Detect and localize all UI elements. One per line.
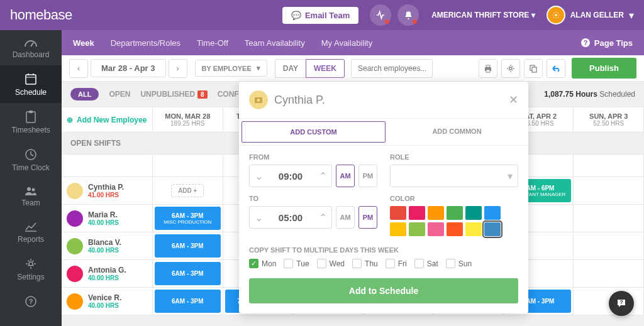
add-employee-button[interactable]: ⊕Add New Employee bbox=[67, 116, 147, 124]
color-swatch[interactable] bbox=[447, 206, 463, 220]
day-checkbox-thu[interactable]: Thu bbox=[352, 259, 378, 268]
day-checkbox-tue[interactable]: Tue bbox=[284, 259, 309, 268]
day-header[interactable]: MON, MAR 28189.25 HRS bbox=[153, 107, 223, 132]
tab-add-common[interactable]: ADD COMMON bbox=[386, 119, 528, 145]
chevron-down-icon[interactable]: ⌄ bbox=[250, 212, 267, 224]
sidebar-item-team[interactable]: Team bbox=[0, 178, 62, 214]
print-button[interactable] bbox=[479, 59, 497, 78]
shift-block[interactable]: 6AM - 3PM bbox=[155, 262, 221, 285]
employee-cell[interactable]: Antonia G.40.00 HRS bbox=[62, 260, 153, 287]
shift-block[interactable]: 6AM - 3PM bbox=[155, 290, 221, 313]
color-swatch[interactable] bbox=[484, 222, 501, 236]
sidebar-item-timesheets[interactable]: Timesheets bbox=[0, 103, 62, 141]
help-fab[interactable]: ? bbox=[609, 291, 634, 316]
svg-point-0 bbox=[555, 14, 557, 16]
date-range-picker[interactable]: Mar 28 - Apr 3 bbox=[91, 59, 166, 77]
undo-button[interactable] bbox=[547, 59, 565, 78]
store-selector[interactable]: AMERICAN THRIFT STORE ▾ bbox=[431, 11, 535, 19]
sidebar-item-timeclock[interactable]: Time Clock bbox=[0, 141, 62, 178]
tab-timeoff[interactable]: Time-Off bbox=[197, 38, 228, 48]
employee-cell[interactable]: Blanca V.40.00 HRS bbox=[62, 232, 153, 259]
color-swatch[interactable] bbox=[390, 222, 406, 236]
tab-week[interactable]: Week bbox=[73, 38, 94, 48]
chevron-up-icon[interactable]: ⌃ bbox=[314, 212, 331, 224]
user-menu[interactable]: ALAN GELLER ▾ bbox=[547, 6, 634, 24]
filter-open[interactable]: OPEN bbox=[109, 90, 130, 99]
am-button[interactable]: AM bbox=[336, 206, 355, 229]
svg-rect-21 bbox=[486, 70, 490, 72]
day-checkbox-mon[interactable]: ✓Mon bbox=[249, 259, 276, 268]
add-shift-button[interactable]: ADD + bbox=[171, 184, 204, 197]
color-swatch[interactable] bbox=[447, 222, 463, 236]
color-swatch[interactable] bbox=[409, 206, 425, 220]
activity-icon[interactable] bbox=[370, 4, 391, 26]
gauge-icon bbox=[24, 38, 38, 48]
search-input[interactable] bbox=[351, 59, 433, 78]
color-swatch[interactable] bbox=[428, 222, 444, 236]
sidebar-item-reports[interactable]: Reports bbox=[0, 214, 62, 250]
checkbox[interactable] bbox=[446, 259, 455, 268]
day-checkbox-sat[interactable]: Sat bbox=[414, 259, 438, 268]
sidebar-item-help[interactable]: ? bbox=[0, 288, 62, 317]
chevron-down-icon: ▾ bbox=[629, 9, 634, 21]
publish-button[interactable]: Publish bbox=[572, 58, 636, 79]
view-week-button[interactable]: WEEK bbox=[306, 59, 345, 78]
view-day-button[interactable]: DAY bbox=[275, 59, 306, 78]
day-header[interactable]: SUN, APR 352.50 HRS bbox=[574, 107, 644, 132]
employee-cell[interactable]: Cynthia P.41.00 HRS bbox=[62, 177, 153, 204]
day-checkbox-fri[interactable]: Fri bbox=[386, 259, 407, 268]
checkbox[interactable] bbox=[386, 259, 395, 268]
page-tips-button[interactable]: ? Page Tips bbox=[580, 38, 633, 48]
tab-team-availability[interactable]: Team Availability bbox=[245, 38, 305, 48]
close-button[interactable]: ✕ bbox=[509, 93, 518, 107]
svg-point-11 bbox=[27, 187, 31, 191]
add-to-schedule-button[interactable]: Add to Schedule bbox=[249, 278, 518, 303]
checkbox[interactable]: ✓ bbox=[249, 259, 258, 268]
color-label: COLOR bbox=[390, 195, 518, 202]
color-swatch[interactable] bbox=[465, 222, 482, 236]
role-label: ROLE bbox=[390, 153, 518, 161]
group-by-select[interactable]: BY EMPLOYEE▾ bbox=[195, 60, 267, 77]
sidebar-item-schedule[interactable]: Schedule bbox=[0, 65, 62, 103]
role-select[interactable]: ▾ bbox=[390, 165, 518, 187]
shift-block[interactable]: 6AM - 3PMMISC PRODUCTION bbox=[155, 207, 221, 230]
filter-unpublished[interactable]: UNPUBLISHED8 bbox=[140, 90, 207, 99]
checkbox[interactable] bbox=[317, 259, 326, 268]
date-next-button[interactable]: › bbox=[169, 59, 187, 78]
color-swatch[interactable] bbox=[465, 206, 482, 220]
date-prev-button[interactable]: ‹ bbox=[69, 59, 88, 78]
sidebar: Dashboard Schedule Timesheets Time Clock… bbox=[0, 30, 62, 326]
unpublished-badge: 8 bbox=[197, 90, 208, 99]
checkbox[interactable] bbox=[414, 259, 424, 268]
employee-cell[interactable]: Maria R.40.00 HRS bbox=[62, 205, 153, 232]
sidebar-item-dashboard[interactable]: Dashboard bbox=[0, 30, 62, 65]
checkbox[interactable] bbox=[352, 259, 362, 268]
tab-departments[interactable]: Departments/Roles bbox=[111, 38, 180, 48]
pm-button[interactable]: PM bbox=[358, 165, 377, 187]
filter-all[interactable]: ALL bbox=[70, 88, 99, 101]
day-checkbox-sun[interactable]: Sun bbox=[446, 259, 472, 268]
settings-button[interactable] bbox=[501, 59, 520, 78]
color-swatch[interactable] bbox=[390, 206, 406, 220]
subnav: Week Departments/Roles Time-Off Team Ava… bbox=[62, 30, 644, 55]
email-team-button[interactable]: 💬 Email Team bbox=[282, 7, 358, 24]
color-swatch[interactable] bbox=[428, 206, 444, 220]
tab-add-custom[interactable]: ADD CUSTOM bbox=[242, 121, 386, 143]
pm-button[interactable]: PM bbox=[358, 206, 377, 229]
am-button[interactable]: AM bbox=[336, 165, 355, 187]
color-swatch[interactable] bbox=[409, 222, 425, 236]
employee-cell[interactable]: Venice R.40.00 HRS bbox=[62, 288, 153, 315]
color-swatch[interactable] bbox=[484, 206, 501, 220]
shift-block[interactable]: 6AM - 3PM bbox=[155, 234, 221, 258]
avatar bbox=[67, 183, 83, 199]
to-time-input[interactable]: ⌄05:00⌃ bbox=[249, 206, 332, 229]
checkbox[interactable] bbox=[284, 259, 293, 268]
chevron-down-icon[interactable]: ⌄ bbox=[250, 170, 267, 182]
tab-my-availability[interactable]: My Availability bbox=[321, 38, 372, 48]
copy-button[interactable] bbox=[524, 59, 543, 78]
notifications-icon[interactable] bbox=[397, 4, 419, 26]
chevron-up-icon[interactable]: ⌃ bbox=[314, 170, 331, 182]
day-checkbox-wed[interactable]: Wed bbox=[317, 259, 345, 268]
from-time-input[interactable]: ⌄09:00⌃ bbox=[249, 165, 332, 187]
sidebar-item-settings[interactable]: Settings bbox=[0, 250, 62, 288]
